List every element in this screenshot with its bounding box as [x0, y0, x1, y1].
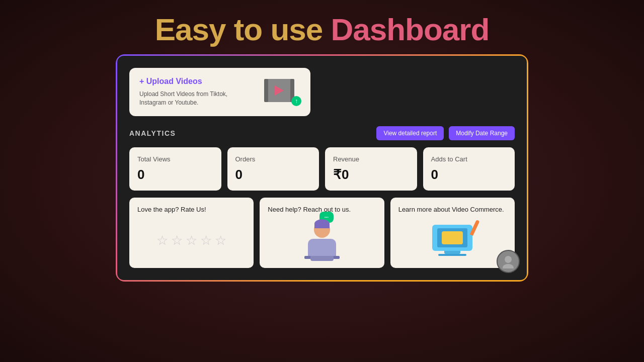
upload-card: + Upload Videos Upload Short Videos from… — [129, 68, 310, 116]
rate-us-title: Love the app? Rate Us! — [137, 206, 246, 213]
support-head — [314, 222, 330, 238]
analytics-header: ANALYTICS View detailed report Modify Da… — [129, 126, 515, 140]
title-easy-text: Easy to use — [155, 12, 331, 47]
title-dashboard-text: Dashboard — [331, 12, 489, 47]
floating-avatar[interactable] — [497, 250, 520, 273]
commerce-icon-container — [398, 221, 507, 260]
stats-grid: Total Views 0 Orders 0 Revenue ₹0 Adds t… — [129, 147, 515, 191]
star-4[interactable]: ☆ — [200, 233, 212, 248]
stat-card-revenue: Revenue ₹0 — [325, 147, 417, 191]
support-body — [308, 239, 336, 256]
stat-label-revenue: Revenue — [333, 155, 409, 163]
page-title: Easy to use Dashboard — [155, 14, 490, 45]
message-box-icon — [442, 231, 463, 244]
stat-value-revenue: ₹0 — [333, 167, 409, 183]
svg-point-1 — [503, 264, 514, 268]
stat-card-total-views: Total Views 0 — [129, 147, 221, 191]
star-rating[interactable]: ☆ ☆ ☆ ☆ ☆ — [156, 233, 226, 248]
laptop-screen-inner — [437, 228, 467, 247]
rate-us-card: Love the app? Rate Us! ☆ ☆ ☆ ☆ ☆ — [129, 198, 254, 268]
commerce-card: Learn more about Video Commerce. — [390, 198, 515, 268]
avatar-icon — [501, 254, 515, 268]
analytics-section-title: ANALYTICS — [129, 129, 176, 137]
stat-label-orders: Orders — [235, 155, 311, 163]
laptop-foot-icon — [438, 254, 466, 256]
stat-card-orders: Orders 0 — [227, 147, 319, 191]
play-icon — [275, 85, 284, 96]
commerce-figure — [432, 225, 472, 256]
star-5[interactable]: ☆ — [215, 233, 226, 248]
modify-date-range-button[interactable]: Modify Date Range — [449, 126, 515, 140]
support-figure: ··· — [304, 222, 340, 259]
support-icon-container: ··· — [268, 221, 376, 260]
stat-value-orders: 0 — [235, 167, 311, 183]
star-3[interactable]: ☆ — [186, 233, 197, 248]
commerce-title: Learn more about Video Commerce. — [398, 206, 507, 213]
analytics-buttons: View detailed report Modify Date Range — [376, 126, 515, 140]
dashboard-frame: + Upload Videos Upload Short Videos from… — [116, 54, 528, 282]
stat-label-adds-to-cart: Adds to Cart — [431, 155, 507, 163]
stat-value-total-views: 0 — [137, 167, 213, 183]
support-card: Need help? Reach out to us. ··· — [260, 198, 384, 268]
stars-container: ☆ ☆ ☆ ☆ ☆ — [137, 221, 246, 260]
star-1[interactable]: ☆ — [156, 233, 168, 248]
upload-video-icon: ↑ — [264, 79, 300, 105]
upload-button[interactable]: + Upload Videos — [139, 77, 240, 86]
stat-value-adds-to-cart: 0 — [431, 167, 507, 183]
laptop-screen — [432, 225, 472, 251]
film-strip-icon — [264, 79, 294, 102]
stat-card-adds-to-cart: Adds to Cart 0 — [423, 147, 515, 191]
star-2[interactable]: ☆ — [171, 233, 183, 248]
svg-point-0 — [505, 256, 512, 263]
support-hair-icon — [314, 219, 330, 228]
stat-label-total-views: Total Views — [137, 155, 213, 163]
upload-description: Upload Short Videos from Tiktok, Instagr… — [139, 90, 240, 107]
view-report-button[interactable]: View detailed report — [376, 126, 444, 140]
upload-card-left: + Upload Videos Upload Short Videos from… — [139, 77, 240, 107]
bottom-cards-grid: Love the app? Rate Us! ☆ ☆ ☆ ☆ ☆ Need he… — [129, 198, 515, 268]
upload-badge-icon: ↑ — [291, 96, 301, 106]
support-laptop-icon — [310, 256, 334, 261]
